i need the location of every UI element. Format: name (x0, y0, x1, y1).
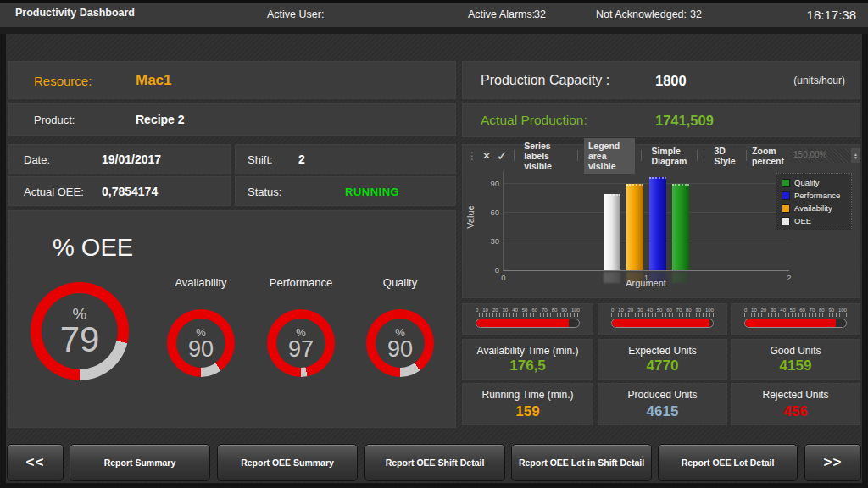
performance-donut-center: % 97 (276, 319, 326, 368)
toolbar-separator (746, 150, 747, 161)
simple-diagram-toggle[interactable]: Simple Diagram (647, 143, 691, 169)
gauge-fill (745, 319, 836, 327)
chart-plot[interactable]: 0306090012 (503, 171, 789, 271)
close-icon[interactable]: ✕ (482, 150, 491, 162)
gauge-tick-label: 20 (628, 308, 634, 313)
legend-swatch-icon (782, 217, 790, 225)
availability-linear-gauge: 0102030405060708090100 (462, 303, 593, 335)
rejected-units-tile: Rejected Units 456 (731, 383, 860, 425)
gauge-tick-marks (744, 313, 847, 317)
gauge-tick-label: 60 (666, 308, 672, 313)
header-divider (0, 27, 868, 34)
gauge-track (611, 319, 714, 328)
gauge-tick-label: 100 (838, 308, 847, 313)
tile-label: Produced Units (598, 389, 727, 401)
gauge-scale-labels: 0102030405060708090100 (744, 308, 847, 313)
right-frame (862, 34, 868, 488)
availability-gauge-label: Availability (150, 276, 252, 289)
tile-label: Running Time (min.) (462, 389, 593, 401)
legend-label: Performance (794, 191, 840, 200)
zoom-percent-input[interactable]: 150,00% (790, 148, 851, 163)
check-icon[interactable]: ✓ (497, 148, 508, 164)
status-label: Status: (248, 185, 281, 197)
gauge-tick-label: 0 (476, 308, 478, 313)
legend-item: Availability (782, 203, 846, 213)
quality-linear-gauge: 0102030405060708090100 (731, 303, 860, 335)
gauge-tick-label: 30 (637, 308, 643, 313)
report-oee-lot-in-shift-detail-button[interactable]: Report OEE Lot in Shift Detail (511, 444, 652, 481)
gauge-tick-label: 0 (611, 308, 614, 313)
bar-oee (604, 194, 620, 270)
oee-title: % OEE (53, 234, 133, 262)
performance-linear-gauge: 0102030405060708090100 (598, 303, 727, 335)
gauge-tick-label: 70 (676, 308, 682, 313)
3d-style-toggle[interactable]: 3D Style (709, 143, 739, 169)
gauge-tick-label: 0 (744, 308, 747, 313)
report-oee-shift-detail-button[interactable]: Report OEE Shift Detail (364, 444, 505, 481)
gauge-tick-label: 50 (790, 308, 796, 313)
running-time-tile: Running Time (min.) 159 (462, 383, 593, 425)
report-oee-summary-button[interactable]: Report OEE Summary (217, 444, 358, 481)
gauge-tick-marks (611, 313, 714, 317)
page-next-button[interactable]: >> (804, 444, 861, 481)
gauge-tick-label: 100 (571, 308, 580, 313)
legend-item: Performance (782, 191, 846, 200)
capacity-units: (units/hour) (793, 75, 845, 86)
linear-gauge-body: 0102030405060708090100 (476, 308, 580, 328)
tile-label: Rejected Units (731, 389, 860, 401)
capacity-value: 1800 (655, 72, 687, 88)
drag-handle-icon[interactable]: ⋮ (467, 150, 476, 162)
tile-value: 176,5 (462, 358, 593, 374)
gridline (504, 183, 789, 184)
gauge-tick-label: 80 (819, 308, 825, 313)
actual-production-panel: Actual Production: 1741,509 (462, 103, 860, 137)
report-oee-lot-detail-button[interactable]: Report OEE Lot Detail (658, 444, 798, 481)
oee-donut-gauge: % 79 (31, 282, 129, 380)
spin-down-icon[interactable]: ▼ (854, 156, 858, 159)
bar-availability (626, 184, 643, 270)
gauge-tick-label: 70 (542, 308, 548, 313)
gauge-tick-label: 20 (492, 308, 498, 313)
quality-donut-gauge: % 90 (366, 309, 434, 377)
x-axis-title: Argument (503, 278, 789, 288)
zoom-spinner[interactable]: ▲▼ (851, 148, 860, 163)
expected-units-tile: Expected Units 4770 (598, 339, 727, 380)
oee-gauges-panel: % OEE Availability Performance Quality %… (8, 210, 456, 428)
linear-gauge-body: 0102030405060708090100 (611, 308, 714, 328)
resource-value: Mac1 (136, 72, 172, 89)
chart-panel: ⋮ ✕ ✓ Series labels visible Legend area … (462, 144, 860, 298)
gauge-tick-label: 90 (561, 308, 567, 313)
status-panel: Status: RUNNING (235, 176, 456, 206)
zoom-percent-control: 150,00% ▲▼ (790, 148, 860, 163)
gauge-scale-labels: 0102030405060708090100 (611, 308, 714, 313)
product-panel: Product: Recipe 2 (8, 103, 456, 136)
report-summary-button[interactable]: Report Summary (70, 444, 210, 481)
series-labels-toggle[interactable]: Series labels visible (520, 138, 571, 174)
oee-donut-value: 79 (60, 322, 100, 358)
production-label: Actual Production: (481, 113, 587, 128)
legend-label: Availability (794, 203, 832, 213)
page-previous-button[interactable]: << (7, 444, 64, 481)
availability-time-tile: Availability Time (min.) 176,5 (462, 339, 593, 380)
gauge-tick-label: 50 (657, 308, 663, 313)
actual-oee-value: 0,7854174 (102, 185, 158, 198)
tile-label: Expected Units (598, 345, 727, 357)
y-axis-title: Value (465, 183, 476, 251)
shift-value: 2 (298, 152, 305, 166)
availability-donut-value: 90 (188, 338, 214, 361)
gauge-tick-label: 40 (512, 308, 518, 313)
linear-gauge-body: 0102030405060708090100 (744, 308, 847, 328)
production-capacity-panel: Production Capacity : 1800 (units/hour) (462, 61, 860, 99)
gauge-tick-marks (476, 313, 580, 317)
gauge-tick-label: 90 (828, 308, 834, 313)
gauge-tick-label: 10 (482, 308, 488, 313)
legend-label: Quality (794, 178, 820, 187)
gauge-tick-label: 70 (810, 308, 815, 313)
gauge-tick-label: 60 (531, 308, 537, 313)
gauge-tick-label: 80 (552, 308, 558, 313)
not-acknowledged-label: Not Acknowledged: (596, 8, 687, 20)
legend-area-toggle[interactable]: Legend area visible (584, 138, 635, 174)
gauge-track (744, 319, 847, 328)
active-alarms-value: 32 (534, 8, 546, 20)
gauge-tick-label: 40 (780, 308, 786, 313)
